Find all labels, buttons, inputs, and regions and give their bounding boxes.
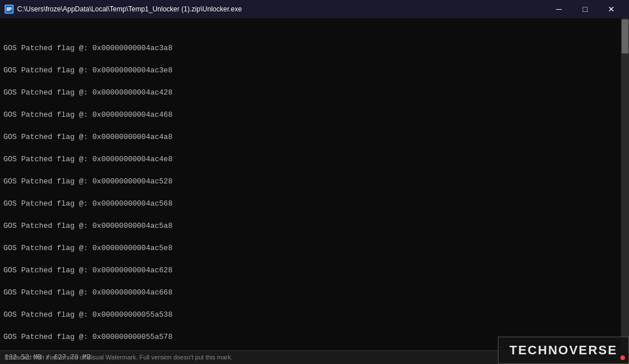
trial-text: Protected with trial version of Visual W… — [0, 354, 233, 361]
status-bar: 132.52 MB / 627.79 MB Protected with tri… — [0, 350, 629, 364]
watermark-text: TECHNOVERSE — [509, 343, 617, 358]
console-line: GOS Patched flag @: 0x00000000004ac468 — [3, 109, 618, 121]
console-line: GOS Patched flag @: 0x00000000004ac568 — [3, 198, 618, 210]
console-output: GOS Patched flag @: 0x00000000004ac3a8 G… — [0, 18, 621, 350]
minimize-button[interactable]: ─ — [546, 0, 572, 18]
window-title: C:\Users\froze\AppData\Local\Temp\Temp1_… — [17, 5, 546, 13]
app-icon — [5, 5, 14, 14]
console-line: GOS Patched flag @: 0x00000000004ac428 — [3, 87, 618, 99]
trial-notice: Protected with trial version of Visual W… — [0, 350, 498, 364]
watermark: TECHNOVERSE — [498, 337, 629, 364]
maximize-button[interactable]: □ — [572, 0, 598, 18]
scrollbar[interactable] — [621, 18, 629, 350]
svg-rect-2 — [7, 9, 12, 10]
console-line: GOS Patched flag @: 0x00000000004ac668 — [3, 287, 618, 298]
console-line: GOS Patched flag @: 0x00000000004ac528 — [3, 176, 618, 187]
close-button[interactable]: ✕ — [598, 0, 624, 18]
scrollbar-thumb[interactable] — [622, 19, 628, 54]
title-bar: C:\Users\froze\AppData\Local\Temp\Temp1_… — [0, 0, 629, 18]
console-line: GOS Patched flag @: 0x00000000004ac3a8 — [3, 43, 618, 54]
console-area: GOS Patched flag @: 0x00000000004ac3a8 G… — [0, 18, 629, 350]
console-line: GOS Patched flag @: 0x00000000004ac4a8 — [3, 132, 618, 143]
window-controls: ─ □ ✕ — [546, 0, 624, 18]
svg-rect-3 — [7, 10, 10, 11]
watermark-dot — [620, 355, 625, 360]
console-line: GOS Patched flag @: 0x00000000004ac628 — [3, 265, 618, 276]
main-window: C:\Users\froze\AppData\Local\Temp\Temp1_… — [0, 0, 629, 364]
console-line: GOS Patched flag @: 0x000000000055a538 — [3, 309, 618, 321]
console-line: GOS Patched flag @: 0x00000000004ac3e8 — [3, 65, 618, 76]
console-line: GOS Patched flag @: 0x00000000004ac5e8 — [3, 243, 618, 254]
console-line: GOS Patched flag @: 0x00000000004ac5a8 — [3, 220, 618, 232]
console-line: GOS Patched flag @: 0x00000000004ac4e8 — [3, 154, 618, 165]
svg-rect-1 — [7, 7, 12, 9]
